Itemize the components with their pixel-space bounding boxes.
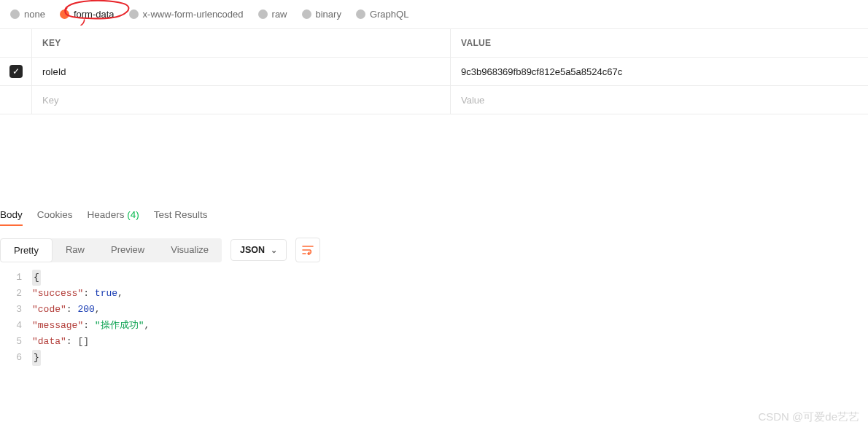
format-dropdown-label: JSON — [240, 245, 265, 255]
form-data-table: KEY VALUE ✓ roleId 9c3b968369fb89cf812e5… — [0, 28, 868, 114]
watermark: CSDN @可爱de艺艺 — [758, 410, 859, 424]
body-type-label: raw — [272, 9, 287, 20]
radio-dot-icon — [60, 9, 69, 19]
tab-headers[interactable]: Headers (4) — [88, 209, 139, 226]
radio-dot-icon — [258, 9, 268, 19]
row-checkbox[interactable]: ✓ — [9, 65, 23, 78]
code-line: 6 } — [0, 350, 868, 366]
tab-body[interactable]: Body — [0, 209, 23, 226]
row-key-cell[interactable]: roleId — [32, 58, 451, 85]
wrap-icon — [302, 245, 314, 255]
radio-dot-icon — [356, 9, 365, 19]
line-number: 5 — [0, 334, 32, 350]
view-preview[interactable]: Preview — [98, 238, 158, 262]
brace-open: { — [32, 270, 41, 286]
placeholder-value[interactable]: Value — [451, 86, 868, 114]
wrap-lines-button[interactable] — [295, 238, 320, 262]
line-number: 1 — [0, 270, 32, 286]
line-number: 3 — [0, 302, 32, 318]
code-line: 2 "success": true, — [0, 286, 868, 302]
table-row: ✓ roleId 9c3b968369fb89cf812e5a5a8524c67… — [0, 58, 868, 86]
response-body: 1 { 2 "success": true, 3 "code": 200, 4 … — [0, 267, 868, 366]
line-number: 4 — [0, 318, 32, 334]
line-number: 6 — [0, 350, 32, 366]
chevron-down-icon: ⌄ — [271, 246, 277, 255]
table-placeholder-row[interactable]: Key Value — [0, 86, 868, 114]
body-type-x-www-form-urlencoded[interactable]: x-www-form-urlencoded — [129, 9, 244, 20]
body-type-label: x-www-form-urlencoded — [143, 9, 244, 20]
row-value-cell[interactable]: 9c3b968369fb89cf812e5a5a8524c67c — [451, 58, 868, 85]
view-raw[interactable]: Raw — [53, 238, 98, 262]
body-type-none[interactable]: none — [10, 9, 45, 20]
body-type-row: none form-data x-www-form-urlencoded raw… — [0, 0, 868, 28]
code-line: 5 "data": [] — [0, 334, 868, 350]
radio-dot-icon — [302, 9, 311, 19]
code-line: 4 "message": "操作成功", — [0, 318, 868, 334]
code-line: 3 "code": 200, — [0, 302, 868, 318]
body-type-label: form-data — [74, 9, 115, 20]
response-format-dropdown[interactable]: JSON ⌄ — [230, 239, 287, 261]
view-visualize[interactable]: Visualize — [158, 238, 222, 262]
view-pretty[interactable]: Pretty — [0, 238, 53, 262]
body-type-label: GraphQL — [370, 9, 408, 20]
placeholder-check-cell — [0, 86, 32, 114]
body-type-form-data[interactable]: form-data — [60, 9, 115, 20]
table-header-row: KEY VALUE — [0, 29, 868, 58]
radio-dot-icon — [10, 9, 20, 19]
table-header-key: KEY — [32, 29, 451, 57]
body-type-graphql[interactable]: GraphQL — [356, 9, 408, 20]
code-line: 1 { — [0, 270, 868, 286]
body-type-label: none — [24, 9, 45, 20]
radio-dot-icon — [129, 9, 139, 19]
table-header-check-cell — [0, 29, 32, 57]
tab-cookies[interactable]: Cookies — [37, 209, 73, 226]
headers-count: (4) — [127, 209, 139, 220]
response-tabs: Body Cookies Headers (4) Test Results — [0, 209, 868, 232]
body-type-binary[interactable]: binary — [302, 9, 341, 20]
tab-headers-label: Headers — [88, 209, 125, 220]
brace-close: } — [32, 350, 41, 366]
view-mode-group: Pretty Raw Preview Visualize — [0, 238, 222, 262]
body-type-raw[interactable]: raw — [258, 9, 287, 20]
table-header-value: VALUE — [451, 29, 868, 57]
placeholder-key[interactable]: Key — [32, 86, 451, 114]
line-number: 2 — [0, 286, 32, 302]
tab-test-results[interactable]: Test Results — [154, 209, 208, 226]
body-type-label: binary — [316, 9, 341, 20]
response-view-row: Pretty Raw Preview Visualize JSON ⌄ — [0, 232, 868, 267]
